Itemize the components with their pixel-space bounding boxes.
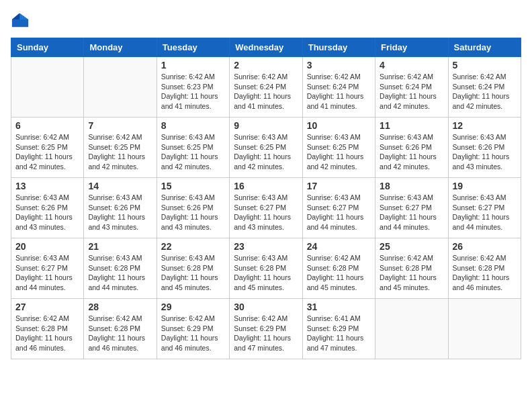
day-number: 24 <box>307 241 371 252</box>
calendar-day-cell: 25Sunrise: 6:42 AMSunset: 6:28 PMDayligh… <box>375 238 448 299</box>
calendar-day-cell: 28Sunrise: 6:42 AMSunset: 6:28 PMDayligh… <box>84 299 157 359</box>
calendar-day-cell: 15Sunrise: 6:43 AMSunset: 6:26 PMDayligh… <box>157 178 229 238</box>
calendar-day-cell: 10Sunrise: 6:43 AMSunset: 6:25 PMDayligh… <box>302 118 375 178</box>
calendar-week-row: 1Sunrise: 6:42 AMSunset: 6:23 PMDaylight… <box>11 57 521 118</box>
day-number: 27 <box>15 302 79 312</box>
calendar-week-row: 13Sunrise: 6:43 AMSunset: 6:26 PMDayligh… <box>11 178 521 238</box>
calendar-day-cell: 20Sunrise: 6:43 AMSunset: 6:27 PMDayligh… <box>11 238 84 299</box>
day-info: Sunrise: 6:43 AMSunset: 6:28 PMDaylight:… <box>234 253 298 293</box>
logo <box>11 11 32 30</box>
day-number: 11 <box>380 120 443 131</box>
day-number: 31 <box>307 302 371 312</box>
day-number: 13 <box>15 181 79 191</box>
calendar-day-cell: 26Sunrise: 6:42 AMSunset: 6:28 PMDayligh… <box>448 238 521 299</box>
calendar-table: Sunday Monday Tuesday Wednesday Thursday… <box>11 38 521 359</box>
calendar-day-cell: 11Sunrise: 6:43 AMSunset: 6:26 PMDayligh… <box>375 118 448 178</box>
day-number: 2 <box>234 60 298 71</box>
day-info: Sunrise: 6:42 AMSunset: 6:29 PMDaylight:… <box>161 314 225 353</box>
day-info: Sunrise: 6:42 AMSunset: 6:28 PMDaylight:… <box>15 314 79 353</box>
day-info: Sunrise: 6:42 AMSunset: 6:23 PMDaylight:… <box>161 72 225 111</box>
col-sunday: Sunday <box>11 38 84 57</box>
calendar-header-row: Sunday Monday Tuesday Wednesday Thursday… <box>11 38 521 57</box>
day-number: 4 <box>380 60 443 71</box>
day-number: 6 <box>15 120 79 131</box>
day-info: Sunrise: 6:43 AMSunset: 6:28 PMDaylight:… <box>161 253 225 293</box>
calendar-day-cell: 27Sunrise: 6:42 AMSunset: 6:28 PMDayligh… <box>11 299 84 359</box>
day-info: Sunrise: 6:43 AMSunset: 6:27 PMDaylight:… <box>15 253 79 293</box>
calendar-day-cell <box>11 57 84 118</box>
day-info: Sunrise: 6:42 AMSunset: 6:29 PMDaylight:… <box>234 314 298 353</box>
col-wednesday: Wednesday <box>230 38 302 57</box>
day-number: 12 <box>453 120 517 131</box>
day-number: 21 <box>88 241 152 252</box>
calendar-day-cell <box>375 299 448 359</box>
col-tuesday: Tuesday <box>157 38 229 57</box>
calendar-day-cell <box>448 299 521 359</box>
calendar-day-cell: 2Sunrise: 6:42 AMSunset: 6:24 PMDaylight… <box>230 57 302 118</box>
svg-marker-2 <box>12 13 19 19</box>
calendar-day-cell: 1Sunrise: 6:42 AMSunset: 6:23 PMDaylight… <box>157 57 229 118</box>
calendar-week-row: 6Sunrise: 6:42 AMSunset: 6:25 PMDaylight… <box>11 118 521 178</box>
calendar-day-cell: 21Sunrise: 6:43 AMSunset: 6:28 PMDayligh… <box>84 238 157 299</box>
day-number: 25 <box>380 241 443 252</box>
calendar-day-cell: 29Sunrise: 6:42 AMSunset: 6:29 PMDayligh… <box>157 299 229 359</box>
calendar-day-cell: 6Sunrise: 6:42 AMSunset: 6:25 PMDaylight… <box>11 118 84 178</box>
calendar-week-row: 20Sunrise: 6:43 AMSunset: 6:27 PMDayligh… <box>11 238 521 299</box>
day-number: 26 <box>453 241 517 252</box>
calendar-day-cell <box>84 57 157 118</box>
calendar-day-cell: 22Sunrise: 6:43 AMSunset: 6:28 PMDayligh… <box>157 238 229 299</box>
logo-icon <box>11 11 30 30</box>
day-info: Sunrise: 6:42 AMSunset: 6:25 PMDaylight:… <box>88 132 152 172</box>
calendar-day-cell: 23Sunrise: 6:43 AMSunset: 6:28 PMDayligh… <box>230 238 302 299</box>
day-number: 14 <box>88 181 152 191</box>
svg-marker-1 <box>19 13 28 19</box>
day-info: Sunrise: 6:43 AMSunset: 6:26 PMDaylight:… <box>15 193 79 232</box>
day-number: 10 <box>307 120 371 131</box>
day-info: Sunrise: 6:43 AMSunset: 6:27 PMDaylight:… <box>234 193 298 232</box>
day-number: 16 <box>234 181 298 191</box>
day-number: 8 <box>161 120 225 131</box>
day-number: 5 <box>453 60 517 71</box>
page-header <box>11 11 521 30</box>
day-info: Sunrise: 6:43 AMSunset: 6:27 PMDaylight:… <box>307 193 371 232</box>
col-friday: Friday <box>375 38 448 57</box>
day-number: 29 <box>161 302 225 312</box>
col-monday: Monday <box>84 38 157 57</box>
calendar-day-cell: 3Sunrise: 6:42 AMSunset: 6:24 PMDaylight… <box>302 57 375 118</box>
calendar-day-cell: 12Sunrise: 6:43 AMSunset: 6:26 PMDayligh… <box>448 118 521 178</box>
day-number: 3 <box>307 60 371 71</box>
col-saturday: Saturday <box>448 38 521 57</box>
day-info: Sunrise: 6:43 AMSunset: 6:27 PMDaylight:… <box>453 193 517 232</box>
calendar-day-cell: 31Sunrise: 6:41 AMSunset: 6:29 PMDayligh… <box>302 299 375 359</box>
calendar-day-cell: 7Sunrise: 6:42 AMSunset: 6:25 PMDaylight… <box>84 118 157 178</box>
calendar-week-row: 27Sunrise: 6:42 AMSunset: 6:28 PMDayligh… <box>11 299 521 359</box>
day-info: Sunrise: 6:42 AMSunset: 6:28 PMDaylight:… <box>307 253 371 293</box>
day-info: Sunrise: 6:43 AMSunset: 6:27 PMDaylight:… <box>380 193 443 232</box>
day-info: Sunrise: 6:43 AMSunset: 6:26 PMDaylight:… <box>453 132 517 172</box>
calendar-day-cell: 24Sunrise: 6:42 AMSunset: 6:28 PMDayligh… <box>302 238 375 299</box>
day-number: 18 <box>380 181 443 191</box>
day-info: Sunrise: 6:43 AMSunset: 6:26 PMDaylight:… <box>380 132 443 172</box>
calendar-day-cell: 5Sunrise: 6:42 AMSunset: 6:24 PMDaylight… <box>448 57 521 118</box>
day-number: 7 <box>88 120 152 131</box>
calendar-day-cell: 13Sunrise: 6:43 AMSunset: 6:26 PMDayligh… <box>11 178 84 238</box>
day-info: Sunrise: 6:41 AMSunset: 6:29 PMDaylight:… <box>307 314 371 353</box>
day-number: 1 <box>161 60 225 71</box>
day-number: 22 <box>161 241 225 252</box>
day-number: 9 <box>234 120 298 131</box>
calendar-day-cell: 14Sunrise: 6:43 AMSunset: 6:26 PMDayligh… <box>84 178 157 238</box>
day-info: Sunrise: 6:42 AMSunset: 6:24 PMDaylight:… <box>307 72 371 111</box>
day-info: Sunrise: 6:42 AMSunset: 6:24 PMDaylight:… <box>453 72 517 111</box>
day-info: Sunrise: 6:43 AMSunset: 6:25 PMDaylight:… <box>307 132 371 172</box>
day-number: 30 <box>234 302 298 312</box>
calendar-day-cell: 4Sunrise: 6:42 AMSunset: 6:24 PMDaylight… <box>375 57 448 118</box>
day-info: Sunrise: 6:42 AMSunset: 6:28 PMDaylight:… <box>453 253 517 293</box>
calendar-day-cell: 9Sunrise: 6:43 AMSunset: 6:25 PMDaylight… <box>230 118 302 178</box>
calendar-day-cell: 16Sunrise: 6:43 AMSunset: 6:27 PMDayligh… <box>230 178 302 238</box>
day-number: 20 <box>15 241 79 252</box>
day-info: Sunrise: 6:42 AMSunset: 6:25 PMDaylight:… <box>15 132 79 172</box>
day-info: Sunrise: 6:42 AMSunset: 6:24 PMDaylight:… <box>380 72 443 111</box>
day-info: Sunrise: 6:43 AMSunset: 6:26 PMDaylight:… <box>88 193 152 232</box>
day-number: 28 <box>88 302 152 312</box>
day-number: 17 <box>307 181 371 191</box>
